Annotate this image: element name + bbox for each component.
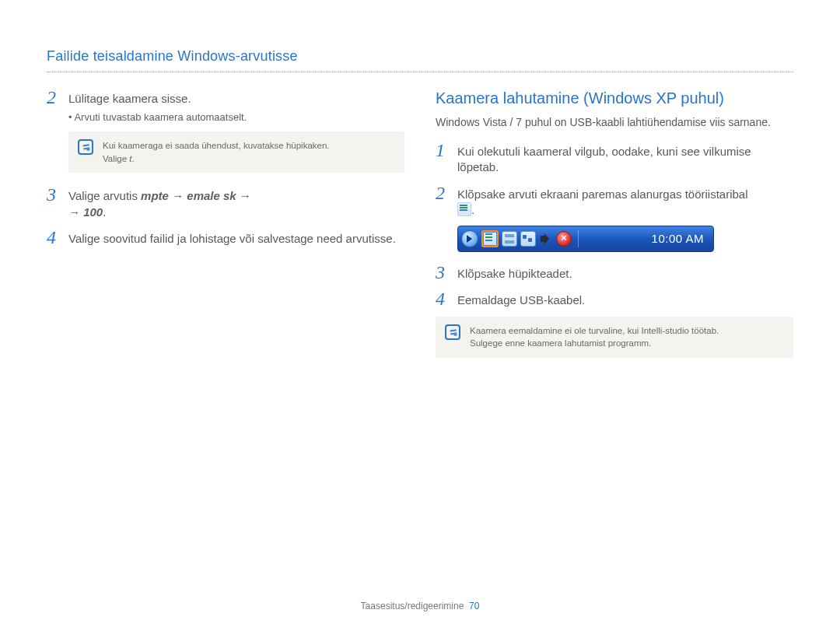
step3-arrow2: → bbox=[236, 189, 251, 202]
step-text: Lülitage kaamera sisse. Arvuti tuvastab … bbox=[68, 88, 404, 124]
footer-page-number: 70 bbox=[469, 601, 479, 611]
step3-seg2: emale sk bbox=[187, 189, 236, 202]
step-number: 4 bbox=[436, 289, 450, 308]
step3-tail: . bbox=[103, 205, 106, 219]
tray-drive-icon bbox=[502, 231, 517, 247]
tray-separator bbox=[578, 230, 579, 247]
step3-seg3: 100 bbox=[83, 205, 103, 219]
footer-section: Taasesitus/redigeerimine bbox=[361, 601, 464, 611]
tray-network-icon bbox=[520, 231, 536, 247]
safely-remove-icon bbox=[457, 202, 471, 216]
right-step-2: 2 Klõpsake arvuti ekraani paremas alanur… bbox=[436, 184, 793, 219]
note-line1: Kui kaameraga ei saada ühendust, kuvatak… bbox=[103, 141, 330, 150]
section-title: Kaamera lahutamine (Windows XP puhul) bbox=[436, 88, 793, 109]
taskbar-tray: 10:00 AM bbox=[457, 226, 714, 252]
step-text: Kui olekutuli kaameral vilgub, oodake, k… bbox=[457, 141, 793, 176]
step-number: 1 bbox=[436, 141, 450, 176]
tray-expand-icon bbox=[461, 230, 478, 247]
note-text: Kui kaameraga ei saada ühendust, kuvatak… bbox=[103, 139, 330, 165]
step-number: 2 bbox=[436, 184, 450, 219]
tray-safely-remove-icon bbox=[481, 230, 499, 247]
note-icon bbox=[78, 139, 93, 155]
step-number: 2 bbox=[47, 88, 61, 124]
right-step-3: 3 Klõpsake hüpikteadet. bbox=[436, 263, 793, 282]
right-step2-tail: . bbox=[471, 203, 474, 216]
right-step2-text: Klõpsake arvuti ekraani paremas alanurga… bbox=[457, 187, 748, 201]
note-text: Kaamera eemaldamine ei ole turvaline, ku… bbox=[470, 324, 719, 350]
right-note-line2: Sulgege enne kaamera lahutamist programm… bbox=[470, 338, 651, 348]
step3-seg1: mpte bbox=[141, 189, 169, 202]
right-note: Kaamera eemaldamine ei ole turvaline, ku… bbox=[436, 317, 793, 358]
step-number: 3 bbox=[436, 263, 450, 282]
note-icon bbox=[445, 324, 460, 340]
left-step-2: 2 Lülitage kaamera sisse. Arvuti tuvasta… bbox=[47, 88, 404, 124]
tray-clock: 10:00 AM bbox=[652, 231, 709, 247]
step-text: Klõpsake hüpikteadet. bbox=[457, 263, 793, 282]
step-number: 3 bbox=[47, 185, 61, 220]
step-text: Valige soovitud failid ja lohistage või … bbox=[68, 228, 404, 247]
left-step-3: 3 Valige arvutis mpte → emale sk → → 100… bbox=[47, 185, 404, 220]
tray-volume-icon bbox=[539, 232, 553, 246]
step-text: Klõpsake arvuti ekraani paremas alanurga… bbox=[457, 184, 793, 219]
page-title: Failide teisaldamine Windows-arvutisse bbox=[47, 47, 793, 72]
step3-lead: Valige arvutis bbox=[68, 189, 141, 202]
step-text: Eemaldage USB-kaabel. bbox=[457, 289, 793, 308]
step-text: Valige arvutis mpte → emale sk → → 100. bbox=[68, 185, 404, 220]
note-line2c: . bbox=[132, 154, 135, 163]
manual-page: Failide teisaldamine Windows-arvutisse 2… bbox=[0, 0, 840, 634]
tray-security-icon bbox=[556, 231, 572, 247]
step3-arrow3: → bbox=[68, 205, 83, 219]
step-number: 4 bbox=[47, 228, 61, 247]
right-note-line1: Kaamera eemaldamine ei ole turvaline, ku… bbox=[470, 326, 719, 335]
right-step-1: 1 Kui olekutuli kaameral vilgub, oodake,… bbox=[436, 141, 793, 176]
left-step-4: 4 Valige soovitud failid ja lohistage võ… bbox=[47, 228, 404, 247]
left-column: 2 Lülitage kaamera sisse. Arvuti tuvasta… bbox=[47, 88, 404, 370]
section-lead: Windows Vista / 7 puhul on USB-kaabli la… bbox=[436, 115, 793, 130]
note-line2a: Valige bbox=[103, 154, 129, 163]
content-columns: 2 Lülitage kaamera sisse. Arvuti tuvasta… bbox=[47, 88, 793, 370]
right-step-4: 4 Eemaldage USB-kaabel. bbox=[436, 289, 793, 308]
page-footer: Taasesitus/redigeerimine 70 bbox=[0, 600, 840, 612]
step-2-text: Lülitage kaamera sisse. bbox=[68, 92, 191, 105]
left-note: Kui kaameraga ei saada ühendust, kuvatak… bbox=[68, 131, 404, 173]
right-column: Kaamera lahutamine (Windows XP puhul) Wi… bbox=[436, 88, 793, 370]
taskbar-tray-image: 10:00 AM bbox=[457, 226, 793, 252]
step-2-subtext: Arvuti tuvastab kaamera automaatselt. bbox=[68, 110, 404, 124]
step3-arrow1: → bbox=[169, 189, 187, 202]
